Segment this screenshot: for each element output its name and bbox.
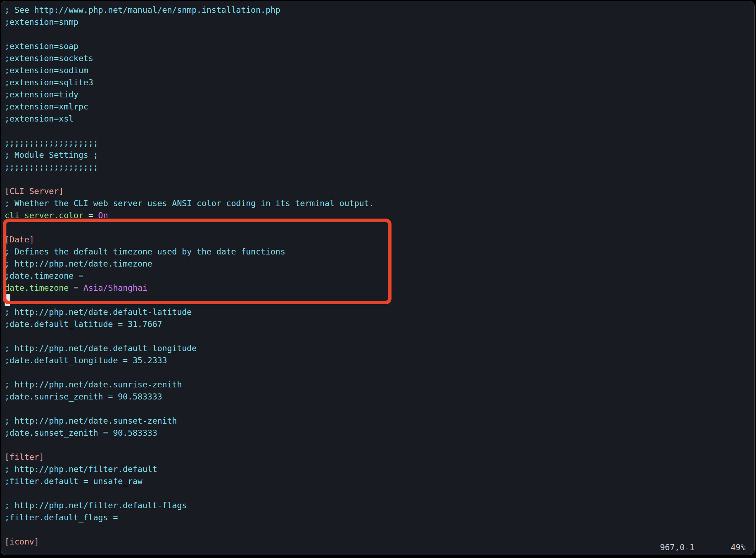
editor-line[interactable]: ;date.default_longitude = 35.2333 bbox=[5, 354, 754, 366]
code-segment-comment: ; http://php.net/date.sunrise-zenith bbox=[5, 380, 182, 389]
editor-line[interactable]: ; http://php.net/date.default-longitude bbox=[5, 342, 754, 354]
code-segment-key: date.timezone bbox=[5, 283, 69, 293]
code-segment-section: [filter] bbox=[5, 452, 44, 462]
editor-line[interactable]: ;filter.default_flags = bbox=[5, 511, 754, 524]
editor-line[interactable]: ;extension=sodium bbox=[5, 64, 754, 76]
editor-line[interactable] bbox=[5, 125, 754, 137]
editor-line[interactable]: date.timezone = Asia/Shanghai bbox=[5, 282, 754, 294]
code-segment-comment: ;filter.default = unsafe_raw bbox=[5, 477, 143, 486]
code-segment-comment: ;extension=sodium bbox=[5, 66, 88, 75]
editor-line[interactable] bbox=[5, 173, 754, 185]
code-segment-comment: ; Module Settings ; bbox=[5, 150, 98, 160]
editor-line[interactable]: ;extension=xsl bbox=[5, 113, 754, 125]
editor-line[interactable]: ;filter.default = unsafe_raw bbox=[5, 475, 754, 487]
code-segment-comment: ; http://php.net/date.sunset-zenith bbox=[5, 416, 177, 425]
text-cursor bbox=[5, 294, 10, 306]
code-segment-op: = bbox=[84, 211, 99, 220]
editor-line[interactable]: ;extension=snmp bbox=[5, 16, 754, 28]
code-segment-comment: ; Whether the CLI web server uses ANSI c… bbox=[5, 199, 374, 208]
code-segment-comment: ;extension=xmlrpc bbox=[5, 102, 88, 111]
editor-line[interactable] bbox=[5, 439, 754, 451]
code-segment-comment: ; http://php.net/date.timezone bbox=[5, 259, 152, 268]
code-segment-section: [Date] bbox=[5, 235, 34, 244]
editor-line[interactable]: cli_server.color = On bbox=[5, 209, 754, 221]
editor-line[interactable]: ; http://php.net/date.timezone bbox=[5, 258, 754, 270]
editor-content[interactable]: ; See http://www.php.net/manual/en/snmp.… bbox=[5, 4, 754, 548]
editor-line[interactable]: ;extension=soap bbox=[5, 40, 754, 52]
editor-line[interactable]: ; http://php.net/date.sunset-zenith bbox=[5, 415, 754, 427]
editor-line[interactable]: ;;;;;;;;;;;;;;;;;;; bbox=[5, 161, 754, 173]
code-segment-comment: ; http://php.net/filter.default bbox=[5, 465, 157, 474]
editor-line[interactable]: ;extension=tidy bbox=[5, 88, 754, 101]
editor-line[interactable] bbox=[5, 524, 754, 536]
code-segment-comment: ;extension=sockets bbox=[5, 54, 93, 63]
code-segment-comment: ; http://php.net/date.default-latitude bbox=[5, 307, 192, 317]
code-segment-comment: ;extension=tidy bbox=[5, 90, 79, 99]
terminal-window: ; See http://www.php.net/manual/en/snmp.… bbox=[1, 1, 755, 555]
code-segment-comment: ;date.default_longitude = 35.2333 bbox=[5, 356, 167, 365]
code-segment-key: cli_server.color bbox=[5, 211, 84, 220]
editor-line[interactable]: ; Defines the default timezone used by t… bbox=[5, 246, 754, 258]
editor-line[interactable]: ; Whether the CLI web server uses ANSI c… bbox=[5, 197, 754, 209]
editor-line[interactable]: ; See http://www.php.net/manual/en/snmp.… bbox=[5, 4, 754, 16]
code-segment-comment: ;date.sunset_zenith = 90.583333 bbox=[5, 428, 157, 438]
status-bar: 967,0-1 49% bbox=[1, 541, 754, 553]
editor-line[interactable]: [filter] bbox=[5, 451, 754, 463]
editor-line[interactable] bbox=[5, 366, 754, 379]
editor-line[interactable] bbox=[5, 330, 754, 342]
cursor-position-ruler: 967,0-1 bbox=[660, 541, 694, 553]
editor-line[interactable] bbox=[5, 487, 754, 499]
editor-line[interactable]: ;date.default_latitude = 31.7667 bbox=[5, 318, 754, 330]
code-segment-section: [CLI Server] bbox=[5, 187, 64, 196]
editor-line[interactable]: ; http://php.net/filter.default bbox=[5, 463, 754, 475]
editor-line[interactable]: ;date.sunrise_zenith = 90.583333 bbox=[5, 391, 754, 403]
editor-line[interactable] bbox=[5, 403, 754, 415]
editor-line[interactable]: ;;;;;;;;;;;;;;;;;;; bbox=[5, 137, 754, 149]
editor-line[interactable] bbox=[5, 28, 754, 40]
code-segment-comment: ;;;;;;;;;;;;;;;;;;; bbox=[5, 138, 98, 147]
code-segment-comment: ;filter.default_flags = bbox=[5, 513, 118, 522]
editor-line[interactable] bbox=[5, 294, 754, 306]
editor-line[interactable]: ;extension=sqlite3 bbox=[5, 76, 754, 88]
scroll-percentage: 49% bbox=[731, 541, 746, 553]
editor-line[interactable] bbox=[5, 221, 754, 234]
editor-line[interactable]: ; http://php.net/date.sunrise-zenith bbox=[5, 379, 754, 391]
editor-line[interactable]: [Date] bbox=[5, 234, 754, 246]
editor-line[interactable]: ; http://php.net/date.default-latitude bbox=[5, 306, 754, 318]
code-segment-comment: ;extension=snmp bbox=[5, 17, 79, 27]
editor-line[interactable]: ;date.sunset_zenith = 90.583333 bbox=[5, 427, 754, 439]
code-segment-comment: ; See http://www.php.net/manual/en/snmp.… bbox=[5, 5, 280, 15]
editor-line[interactable]: ;extension=sockets bbox=[5, 52, 754, 64]
code-segment-comment: ;extension=soap bbox=[5, 42, 79, 51]
code-segment-op: = bbox=[69, 283, 84, 293]
code-segment-comment: ; Defines the default timezone used by t… bbox=[5, 247, 285, 256]
editor-line[interactable]: ; Module Settings ; bbox=[5, 149, 754, 161]
code-segment-comment: ;date.default_latitude = 31.7667 bbox=[5, 320, 162, 329]
code-segment-comment: ;extension=sqlite3 bbox=[5, 78, 93, 87]
editor-line[interactable]: ;date.timezone = bbox=[5, 270, 754, 282]
code-segment-comment: ;;;;;;;;;;;;;;;;;;; bbox=[5, 162, 98, 172]
code-segment-comment: ;date.timezone = bbox=[5, 271, 84, 280]
code-segment-comment: ;date.sunrise_zenith = 90.583333 bbox=[5, 392, 162, 401]
code-segment-value: Asia/Shanghai bbox=[84, 283, 148, 293]
code-segment-comment: ;extension=xsl bbox=[5, 114, 74, 123]
code-segment-value: On bbox=[98, 211, 108, 220]
editor-line[interactable]: ;extension=xmlrpc bbox=[5, 101, 754, 113]
editor-line[interactable]: [CLI Server] bbox=[5, 185, 754, 197]
code-segment-comment: ; http://php.net/date.default-longitude bbox=[5, 344, 197, 353]
editor-line[interactable]: ; http://php.net/filter.default-flags bbox=[5, 499, 754, 511]
code-segment-comment: ; http://php.net/filter.default-flags bbox=[5, 501, 187, 510]
